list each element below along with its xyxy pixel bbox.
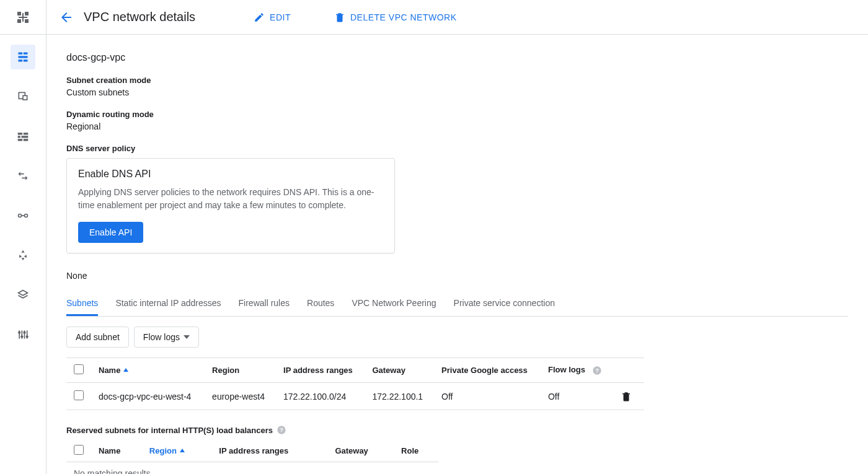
col-ip-ranges[interactable]: IP address ranges [276, 358, 365, 383]
dns-card-body: Applying DNS server policies to the netw… [78, 186, 383, 212]
nav-serverless-vpc[interactable] [11, 283, 35, 307]
tab-firewall[interactable]: Firewall rules [239, 292, 290, 316]
delete-button[interactable]: DELETE VPC NETWORK [324, 7, 467, 28]
rcol-region[interactable]: Region [142, 440, 212, 462]
svg-rect-18 [24, 139, 29, 141]
row-checkbox[interactable] [74, 390, 84, 400]
svg-rect-9 [19, 59, 23, 61]
col-flow-logs[interactable]: Flow logs ? [541, 358, 613, 383]
svg-rect-6 [19, 53, 23, 55]
sort-asc-icon [179, 449, 185, 455]
svg-rect-1 [25, 12, 29, 15]
svg-rect-13 [18, 133, 23, 134]
shared-vpc-icon [17, 249, 29, 261]
top-bar: VPC network details EDIT DELETE VPC NETW… [46, 0, 868, 35]
peering-icon [17, 209, 29, 222]
arrow-back-icon [59, 10, 74, 25]
side-navigation [0, 35, 46, 474]
dropdown-caret-icon [184, 335, 190, 339]
page-title: VPC network details [84, 10, 195, 24]
add-subnet-button[interactable]: Add subnet [66, 327, 129, 348]
enable-api-button[interactable]: Enable API [78, 222, 143, 243]
firewall-icon [17, 130, 29, 143]
svg-rect-16 [22, 136, 29, 138]
reserved-subnets-heading: Reserved subnets for internal HTTP(S) lo… [66, 425, 848, 435]
select-all-checkbox[interactable] [74, 364, 84, 374]
cell-ip-ranges: 172.22.100.0/24 [276, 383, 365, 410]
svg-point-28 [20, 335, 23, 338]
tab-peering[interactable]: VPC Network Peering [352, 292, 436, 316]
rcol-gateway[interactable]: Gateway [327, 440, 394, 462]
edit-label: EDIT [270, 12, 291, 22]
svg-text:?: ? [280, 427, 283, 433]
svg-rect-0 [17, 12, 21, 15]
col-gateway[interactable]: Gateway [365, 358, 434, 383]
tab-static-ips[interactable]: Static internal IP addresses [115, 292, 221, 316]
subnets-table: Name Region IP address ranges Gateway Pr… [66, 358, 644, 410]
edit-button[interactable]: EDIT [244, 7, 301, 28]
tab-routes[interactable]: Routes [307, 292, 334, 316]
svg-point-30 [26, 335, 29, 338]
back-button[interactable] [54, 5, 79, 30]
svg-rect-3 [25, 19, 29, 23]
col-name[interactable]: Name [91, 358, 205, 383]
svg-rect-17 [18, 139, 23, 141]
help-icon[interactable]: ? [277, 425, 286, 435]
nav-vpc-networks[interactable] [11, 45, 35, 69]
product-logo [0, 0, 46, 35]
routes-icon [17, 170, 29, 182]
edit-icon [254, 12, 265, 23]
external-ip-icon [17, 90, 29, 103]
dns-card-title: Enable DNS API [78, 169, 383, 180]
svg-text:?: ? [595, 367, 599, 374]
svg-rect-5 [22, 13, 24, 22]
nav-peering[interactable] [11, 203, 35, 228]
svg-rect-15 [18, 136, 20, 138]
svg-rect-10 [24, 59, 28, 61]
svg-marker-22 [19, 291, 28, 296]
nav-shared-vpc[interactable] [11, 243, 35, 268]
cell-name[interactable]: docs-gcp-vpc-eu-west-4 [91, 383, 205, 410]
delete-label: DELETE VPC NETWORK [350, 12, 457, 22]
flow-logs-label: Flow logs [143, 332, 180, 342]
cell-flow-logs: Off [541, 383, 613, 410]
nav-external-ip[interactable] [11, 84, 35, 109]
tab-psc[interactable]: Private service connection [454, 292, 555, 316]
main-content: docs-gcp-vpc Subnet creation mode Custom… [46, 35, 868, 474]
layers-icon [17, 289, 29, 301]
svg-point-19 [19, 214, 22, 217]
svg-rect-8 [19, 56, 28, 58]
routing-mode-value: Regional [66, 121, 848, 131]
vpc-icon [17, 51, 29, 63]
reserved-subnets-table: Name Region IP address ranges Gateway Ro… [66, 440, 438, 474]
cell-region: europe-west4 [205, 383, 276, 410]
svg-rect-12 [23, 95, 27, 100]
help-icon[interactable]: ? [592, 366, 602, 375]
reserved-select-all-checkbox[interactable] [74, 445, 84, 455]
flow-logs-dropdown[interactable]: Flow logs [134, 327, 199, 348]
empty-state: No matching results [66, 462, 438, 475]
subnet-mode-value: Custom subnets [66, 87, 848, 97]
svg-rect-14 [24, 133, 29, 134]
table-row: docs-gcp-vpc-eu-west-4 europe-west4 172.… [66, 383, 644, 410]
col-pga[interactable]: Private Google access [434, 358, 541, 383]
rcol-role[interactable]: Role [394, 440, 438, 462]
routing-mode-label: Dynamic routing mode [66, 110, 848, 119]
sort-asc-icon [123, 368, 129, 374]
col-region[interactable]: Region [205, 358, 276, 383]
tab-subnets[interactable]: Subnets [66, 292, 98, 316]
svg-rect-7 [24, 53, 28, 55]
nav-firewall[interactable] [11, 124, 35, 149]
svg-point-20 [25, 214, 28, 217]
rcol-name[interactable]: Name [91, 440, 142, 462]
nav-packet-mirroring[interactable] [11, 322, 35, 347]
svg-rect-2 [17, 19, 21, 23]
delete-row-icon[interactable] [621, 391, 632, 402]
dns-policy-value: None [66, 271, 848, 281]
cell-pga: Off [434, 383, 541, 410]
nav-routes[interactable] [11, 164, 35, 188]
tabs: Subnets Static internal IP addresses Fir… [66, 292, 848, 317]
dns-policy-label: DNS server policy [66, 144, 848, 153]
vpc-name-heading: docs-gcp-vpc [66, 52, 848, 63]
rcol-ip-ranges[interactable]: IP address ranges [211, 440, 327, 462]
